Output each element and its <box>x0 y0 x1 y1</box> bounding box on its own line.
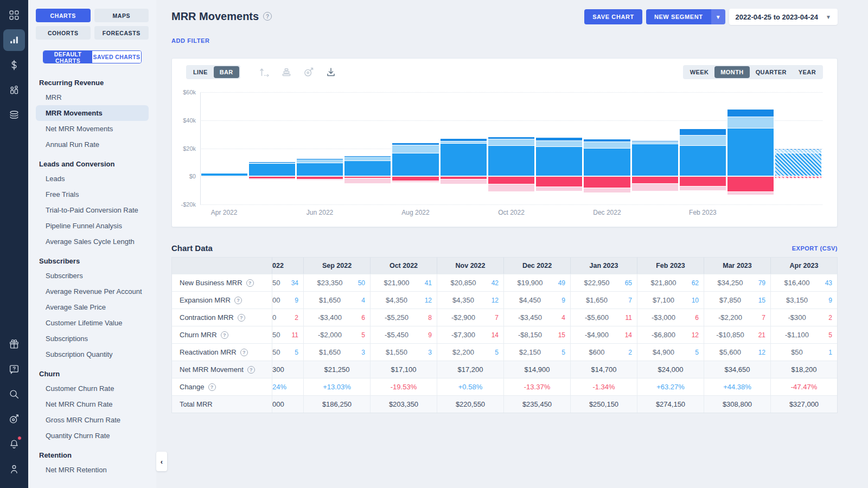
bar-sep-2022-contraction-mrr[interactable] <box>441 179 487 184</box>
sidebar-item-net-mrr-retention[interactable]: Net MRR Retention <box>36 462 149 478</box>
bar-apr-2023-expansion-mrr[interactable] <box>775 149 821 153</box>
bar-oct-2022-expansion-mrr[interactable] <box>488 139 534 145</box>
bar-oct-2022-churn-mrr[interactable] <box>488 177 534 184</box>
sidebar-item-average-sale-price[interactable]: Average Sale Price <box>36 299 149 315</box>
bar-jun-2022-churn-mrr[interactable] <box>297 177 343 179</box>
period-month[interactable]: MONTH <box>714 66 749 78</box>
bar-jun-2022-expansion-mrr[interactable] <box>297 159 343 162</box>
bar-nov-2022-churn-mrr[interactable] <box>536 177 582 187</box>
bar-sep-2022-churn-mrr[interactable] <box>441 177 487 179</box>
bar-jun-2022-new-business-mrr[interactable] <box>297 163 343 176</box>
bar-may-2022-reactivation-mrr[interactable] <box>249 162 295 163</box>
sidebar-item-average-sales-cycle-length[interactable]: Average Sales Cycle Length <box>36 234 149 249</box>
bar-dec-2022-churn-mrr[interactable] <box>584 177 630 188</box>
view-toggle-saved-charts[interactable]: SAVED CHARTS <box>92 51 141 63</box>
bar-aug-2022-expansion-mrr[interactable] <box>392 145 438 153</box>
bar-apr-2023-reactivation-mrr[interactable] <box>775 149 821 150</box>
sidebar-item-quantity-churn-rate[interactable]: Quantity Churn Rate <box>36 428 149 444</box>
sidebar-item-free-trials[interactable]: Free Trials <box>36 187 149 202</box>
axis-scale-icon[interactable] <box>259 67 270 78</box>
download-icon[interactable] <box>326 67 336 78</box>
bar-mar-2023-reactivation-mrr[interactable] <box>727 110 774 117</box>
sidebar-item-pipeline-funnel-analysis[interactable]: Pipeline Funnel Analysis <box>36 218 149 234</box>
account-person-icon[interactable] <box>3 458 25 480</box>
bar-oct-2022-contraction-mrr[interactable] <box>488 184 534 191</box>
help-chat-icon[interactable] <box>3 358 25 380</box>
bar-apr-2023-new-business-mrr[interactable] <box>775 153 821 176</box>
sidebar-collapse-button[interactable]: ‹ <box>156 452 167 471</box>
bar-aug-2022-reactivation-mrr[interactable] <box>392 143 438 144</box>
bar-apr-2022-new-business-mrr[interactable] <box>201 174 247 176</box>
bar-sep-2022-reactivation-mrr[interactable] <box>441 139 487 140</box>
period-quarter[interactable]: QUARTER <box>750 66 793 78</box>
sidebar-item-net-mrr-churn-rate[interactable]: Net MRR Churn Rate <box>36 396 149 412</box>
sidebar-tab-charts[interactable]: CHARTS <box>36 9 91 22</box>
period-week[interactable]: WEEK <box>684 66 715 78</box>
row-help-icon[interactable]: ? <box>234 297 242 304</box>
bar-mar-2023-expansion-mrr[interactable] <box>727 117 774 127</box>
row-help-icon[interactable]: ? <box>221 331 228 339</box>
sidebar-item-annual-run-rate[interactable]: Annual Run Rate <box>36 137 149 152</box>
bar-mar-2023-new-business-mrr[interactable] <box>727 129 774 176</box>
row-help-icon[interactable]: ? <box>246 279 254 287</box>
row-help-icon[interactable]: ? <box>247 366 255 374</box>
bar-sep-2022-new-business-mrr[interactable] <box>441 144 487 176</box>
row-help-icon[interactable]: ? <box>240 349 248 356</box>
bar-jul-2022-new-business-mrr[interactable] <box>344 161 391 176</box>
bar-mar-2023-churn-mrr[interactable] <box>727 177 774 191</box>
sidebar-item-mrr-movements[interactable]: MRR Movements <box>36 105 149 121</box>
sidebar-item-leads[interactable]: Leads <box>36 171 149 187</box>
sidebar-item-customer-lifetime-value[interactable]: Customer Lifetime Value <box>36 315 149 331</box>
bar-jan-2023-churn-mrr[interactable] <box>632 177 678 183</box>
chart-type-bar[interactable]: BAR <box>214 66 239 78</box>
bar-jul-2022-expansion-mrr[interactable] <box>344 157 391 160</box>
goal-target-icon[interactable] <box>303 67 314 78</box>
sidebar-item-customer-churn-rate[interactable]: Customer Churn Rate <box>36 381 149 396</box>
bar-apr-2023-contraction-mrr[interactable] <box>775 178 821 179</box>
sidebar-item-gross-mrr-churn-rate[interactable]: Gross MRR Churn Rate <box>36 412 149 428</box>
bar-nov-2022-new-business-mrr[interactable] <box>536 147 582 176</box>
bar-jan-2023-reactivation-mrr[interactable] <box>632 141 678 142</box>
bar-jan-2023-expansion-mrr[interactable] <box>632 142 678 144</box>
bar-oct-2022-reactivation-mrr[interactable] <box>488 137 534 139</box>
bar-jul-2022-churn-mrr[interactable] <box>344 177 391 178</box>
bar-aug-2022-churn-mrr[interactable] <box>392 177 438 181</box>
bar-feb-2023-reactivation-mrr[interactable] <box>680 129 726 136</box>
search-icon[interactable] <box>3 383 25 405</box>
bar-dec-2022-reactivation-mrr[interactable] <box>584 139 630 142</box>
bar-may-2022-contraction-mrr[interactable] <box>249 179 295 179</box>
bar-dec-2022-expansion-mrr[interactable] <box>584 142 630 148</box>
bar-jul-2022-reactivation-mrr[interactable] <box>344 156 391 157</box>
sidebar-item-net-mrr-movements[interactable]: Net MRR Movements <box>36 121 149 137</box>
sidebar-tab-cohorts[interactable]: COHORTS <box>36 26 91 40</box>
bar-jan-2023-contraction-mrr[interactable] <box>632 184 678 191</box>
sidebar-tab-maps[interactable]: MAPS <box>94 9 149 22</box>
add-filter-link[interactable]: ADD FILTER <box>171 37 210 44</box>
bar-nov-2022-contraction-mrr[interactable] <box>536 187 582 191</box>
sidebar-item-average-revenue-per-account[interactable]: Average Revenue Per Account <box>36 284 149 299</box>
bar-nov-2022-expansion-mrr[interactable] <box>536 141 582 146</box>
bar-aug-2022-new-business-mrr[interactable] <box>392 153 438 176</box>
row-help-icon[interactable]: ? <box>208 383 216 391</box>
bar-dec-2022-new-business-mrr[interactable] <box>584 149 630 176</box>
sidebar-item-mrr[interactable]: MRR <box>36 89 149 105</box>
period-year[interactable]: YEAR <box>793 66 822 78</box>
bar-sep-2022-expansion-mrr[interactable] <box>441 142 487 143</box>
bar-feb-2023-expansion-mrr[interactable] <box>680 136 726 145</box>
bar-jul-2022-contraction-mrr[interactable] <box>344 178 391 183</box>
customers-icon[interactable] <box>3 79 25 101</box>
bar-apr-2023-churn-mrr[interactable] <box>775 177 821 178</box>
bar-jun-2022-reactivation-mrr[interactable] <box>297 159 343 159</box>
sidebar-item-subscription-quantity[interactable]: Subscription Quantity <box>36 346 149 362</box>
data-layers-icon[interactable] <box>3 104 25 126</box>
new-segment-chevron[interactable]: ▼ <box>711 9 725 24</box>
apps-grid-icon[interactable] <box>3 4 25 26</box>
view-toggle-default-charts[interactable]: DEFAULT CHARTS <box>43 51 92 63</box>
save-chart-button[interactable]: SAVE CHART <box>584 9 642 24</box>
bar-aug-2022-contraction-mrr[interactable] <box>392 181 438 182</box>
bar-feb-2023-contraction-mrr[interactable] <box>680 187 726 190</box>
bar-may-2022-churn-mrr[interactable] <box>249 177 295 178</box>
bar-jan-2023-new-business-mrr[interactable] <box>632 144 678 176</box>
title-help-icon[interactable]: ? <box>263 12 272 21</box>
date-range-select[interactable]: 2022-04-25 to 2023-04-24 ▼ <box>729 9 838 25</box>
